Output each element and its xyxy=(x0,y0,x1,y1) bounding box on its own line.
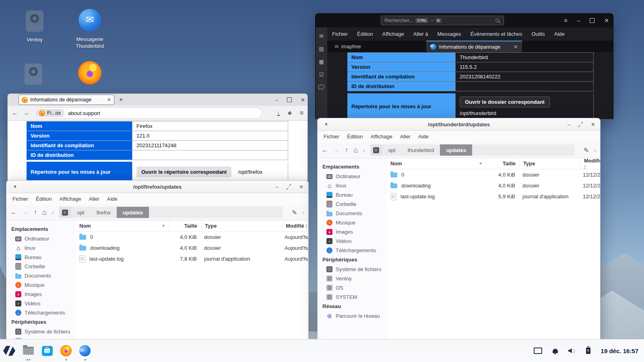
downloads-icon[interactable]: ↓ xyxy=(277,110,280,116)
extensions-icon[interactable]: ❖ xyxy=(287,110,292,116)
menu-item[interactable]: Fichier xyxy=(324,134,339,140)
sidebar-item[interactable]: Corbeille xyxy=(318,200,387,209)
device-crumb[interactable] xyxy=(370,144,382,156)
new-tab-button[interactable]: + xyxy=(119,96,123,103)
close-button[interactable]: ✕ xyxy=(591,121,595,128)
close-tab-icon[interactable]: ✕ xyxy=(107,97,111,103)
app-menu-icon[interactable]: ≡ xyxy=(300,109,303,117)
sidebar-item[interactable]: Documents xyxy=(318,209,387,218)
menu-item[interactable]: Aller xyxy=(89,196,99,202)
sidebar-item[interactable]: Vidéos xyxy=(318,237,387,246)
sidebar-item[interactable]: Bureau xyxy=(6,253,76,262)
breadcrumb-segment[interactable]: opt xyxy=(71,207,91,218)
menu-item[interactable]: Fichier xyxy=(12,196,28,202)
forward-icon[interactable]: → xyxy=(333,146,340,154)
window-menu-icon[interactable]: ▼ xyxy=(13,184,17,189)
tasks-space-icon[interactable]: ☑ xyxy=(319,72,324,78)
file-row[interactable]: last-update.log 5,9 KiB journal d'applic… xyxy=(387,191,600,202)
chat-space-icon[interactable]: ··· xyxy=(318,84,324,89)
column-name[interactable]: Nom▼ xyxy=(76,220,169,231)
desktop-icon-thunderbird[interactable]: Messagerie Thunderbird xyxy=(71,9,108,49)
mail-space-icon[interactable]: ✉ xyxy=(319,33,324,39)
sidebar-item[interactable]: Ordinateur xyxy=(318,172,387,181)
edit-path-icon[interactable]: ✎ xyxy=(292,209,297,216)
column-modified[interactable]: Modifié : xyxy=(581,158,600,169)
file-row[interactable]: last-update.log 7,8 KiB journal d'applic… xyxy=(76,253,308,264)
sidebar-item[interactable]: Ordinateur xyxy=(6,234,76,243)
device-crumb[interactable] xyxy=(59,207,71,218)
maximize-button[interactable] xyxy=(287,97,292,102)
open-update-folder-button[interactable]: Ouvrir le répertoire correspondant xyxy=(136,167,231,177)
file-row[interactable]: 0 4,0 KiB dossier Aujourd'hui xyxy=(76,232,308,243)
addressbook-space-icon[interactable]: ▤ xyxy=(319,46,324,52)
column-modified[interactable]: Modifié : xyxy=(283,220,308,231)
column-type[interactable]: Type xyxy=(520,158,581,169)
sidebar-item[interactable]: Parcourir le réseau xyxy=(318,311,387,321)
minimize-button[interactable]: – xyxy=(577,18,580,23)
menu-item[interactable]: Outils xyxy=(531,31,545,37)
close-button[interactable]: ✕ xyxy=(301,97,305,103)
calendar-space-icon[interactable]: ▦ xyxy=(319,59,324,65)
file-row[interactable]: downloading 4,0 KiB dossier Aujourd'hui xyxy=(76,243,308,253)
column-size[interactable]: Taille xyxy=(486,158,520,169)
sidebar-item[interactable]: Documents xyxy=(6,271,76,280)
home-icon[interactable]: ⌂ xyxy=(353,146,358,154)
column-type[interactable]: Type xyxy=(202,220,283,231)
thunderbird-launcher[interactable] xyxy=(79,344,91,358)
sidebar-item[interactable]: Corbeille xyxy=(6,262,76,271)
sidebar-item[interactable]: Téléchargements xyxy=(6,308,76,317)
back-icon[interactable]: ← xyxy=(322,146,328,154)
breadcrumb-segment[interactable]: updates xyxy=(117,207,149,218)
forward-icon[interactable]: → xyxy=(23,109,29,117)
restore-button[interactable] xyxy=(578,122,583,127)
sidebar-item[interactable]: Images xyxy=(6,290,76,299)
tab-troubleshooting[interactable]: Informations de dépannage ✕ xyxy=(19,95,114,105)
sidebar-item[interactable]: Vidéos xyxy=(6,299,76,308)
sidebar-item[interactable]: Système de fichiers xyxy=(318,265,387,274)
menu-item[interactable]: Affichage xyxy=(371,134,392,140)
clock[interactable]: 19 déc. 16:57 xyxy=(601,348,638,354)
minimize-button[interactable]: – xyxy=(275,97,278,103)
menu-item[interactable]: Aide xyxy=(418,134,429,140)
restore-button[interactable] xyxy=(287,185,291,189)
sidebar-item[interactable]: Ventoy xyxy=(318,274,387,283)
menu-item[interactable]: Aller xyxy=(400,134,411,140)
breadcrumb-segment[interactable]: firefox xyxy=(91,207,117,218)
desktop-icon-drive[interactable] xyxy=(15,64,52,86)
sidebar-item[interactable]: Bureau xyxy=(318,190,387,200)
menu-item[interactable]: Édition xyxy=(347,134,363,140)
sidebar-item[interactable]: Musique xyxy=(318,218,387,227)
sidebar-item[interactable]: linux xyxy=(6,243,76,253)
firefox-launcher[interactable] xyxy=(60,344,72,358)
url-bar[interactable]: Fi...ox about:support xyxy=(34,108,262,118)
sidebar-item[interactable]: Musique xyxy=(6,280,76,290)
tab-troubleshooting[interactable]: Informations de dépannage ✕ xyxy=(426,41,522,52)
file-row[interactable]: 0 4,0 KiB dossier 12/12/2023 xyxy=(387,169,600,180)
zorin-menu-button[interactable] xyxy=(3,344,15,358)
volume-tray-icon[interactable] xyxy=(568,348,576,354)
desktop-icon-ventoy[interactable]: Ventoy xyxy=(16,10,53,43)
sidebar-item[interactable]: Images xyxy=(318,227,387,237)
battery-tray-icon[interactable]: ? xyxy=(586,348,590,354)
desktop-icon-firefox[interactable] xyxy=(71,61,108,86)
edit-path-icon[interactable]: ✎ xyxy=(584,146,589,154)
menu-item[interactable]: Édition xyxy=(357,31,373,37)
breadcrumb-scroll-left-icon[interactable]: ‹ xyxy=(363,147,365,153)
close-tab-icon[interactable]: ✕ xyxy=(514,44,518,50)
tab-imapfree[interactable]: ✉ imapfree xyxy=(330,41,365,52)
display-tray-icon[interactable] xyxy=(534,348,542,354)
back-icon[interactable]: ← xyxy=(12,109,18,117)
files-launcher[interactable] xyxy=(22,344,34,358)
search-input[interactable]: Rechercher... CTRL + K xyxy=(381,16,504,25)
file-row[interactable]: downloading 4,0 KiB dossier 12/12/2023 xyxy=(387,180,600,191)
sidebar-item[interactable]: SYSTEM xyxy=(318,292,387,302)
close-button[interactable]: ✕ xyxy=(299,184,303,190)
breadcrumb-segment[interactable]: opt xyxy=(382,144,402,156)
breadcrumb-scroll-right-icon[interactable]: › xyxy=(302,209,304,216)
minimize-button[interactable]: – xyxy=(276,184,279,190)
menu-item[interactable]: Évènements et tâches xyxy=(471,31,522,37)
menu-item[interactable]: Aide xyxy=(554,31,565,37)
up-icon[interactable]: ↑ xyxy=(345,146,348,154)
identity-chip[interactable]: Fi...ox xyxy=(35,109,64,117)
sidebar-item[interactable]: Système de fichiers xyxy=(6,327,76,336)
